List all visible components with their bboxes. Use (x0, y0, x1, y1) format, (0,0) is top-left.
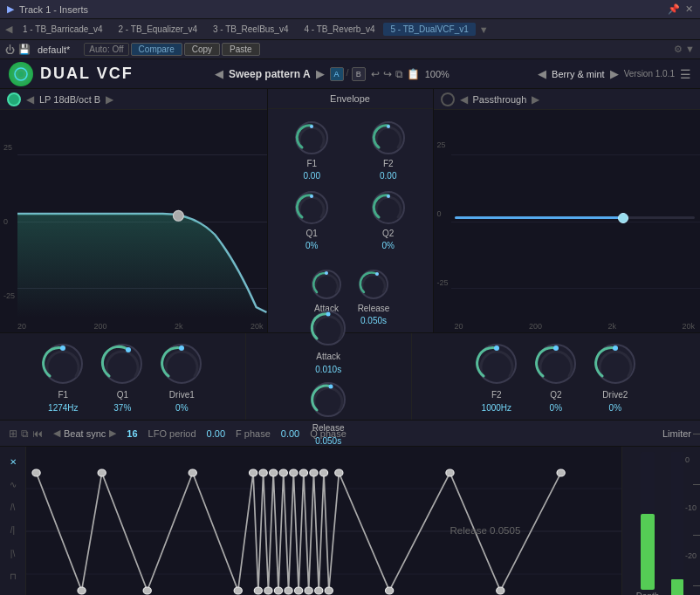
copy-button[interactable]: Copy (184, 43, 220, 56)
pass-x-20k: 20k (682, 322, 695, 331)
lfo-ctrl-19[interactable] (310, 469, 318, 476)
lfo-ctrl-25[interactable] (446, 469, 454, 476)
lfo-ctrl-2[interactable] (78, 587, 86, 594)
copy-state-icon[interactable]: ⧉ (395, 68, 403, 80)
plugin-tab-5[interactable]: 5 - TB_DualVCF_v1 (383, 23, 475, 36)
sweep-prev-button[interactable]: ◀ (215, 67, 223, 80)
plugin-tab-2[interactable]: 2 - TB_Equalizer_v4 (112, 23, 204, 36)
auto-off-label[interactable]: Auto: Off (84, 43, 128, 56)
preset-bar-right: ⚙ ▼ (674, 44, 695, 55)
filter-control-point[interactable] (173, 210, 183, 221)
lfo-rewind-icon[interactable]: ⏮ (32, 427, 43, 440)
lfo-ctrl-4[interactable] (143, 587, 151, 594)
limiter-label: Limiter (662, 428, 691, 439)
ab-a-button[interactable]: A (330, 67, 344, 81)
env-attack-knob[interactable] (310, 268, 343, 301)
passthrough-slider-fill (455, 216, 623, 219)
filter1-knobs: F1 1274Hz Q1 37% Drive1 0% (0, 333, 246, 420)
lfo-ctrl-20[interactable] (315, 587, 323, 594)
shape-tri-icon[interactable]: /\ (10, 503, 16, 512)
passthrough-next-icon[interactable]: ▶ (532, 93, 539, 106)
berry-next-button[interactable]: ▶ (610, 67, 619, 80)
env-q1-knob[interactable] (293, 189, 330, 226)
plugin-tab-1[interactable]: 1 - TB_Barricade_v4 (16, 23, 110, 36)
q1-knob[interactable] (100, 341, 145, 386)
drive2-knob[interactable] (593, 341, 638, 386)
lfo-ctrl-9[interactable] (259, 469, 267, 476)
power-icon[interactable]: ⏻ (5, 44, 15, 55)
berry-prev-button[interactable]: ◀ (538, 67, 546, 80)
ab-b-button[interactable]: B (352, 67, 366, 81)
undo-icon[interactable]: ↩ (371, 68, 380, 80)
paste-state-icon[interactable]: 📋 (407, 68, 420, 80)
lfo-ctrl-7[interactable] (249, 469, 257, 476)
f1-knob[interactable] (40, 341, 86, 386)
lfo-copy-icon[interactable]: ⧉ (21, 427, 29, 440)
lfo-ctrl-12[interactable] (274, 587, 282, 594)
lfo-ctrl-15[interactable] (290, 469, 298, 476)
passthrough-slider-thumb[interactable] (618, 213, 628, 223)
filter-next-icon[interactable]: ▶ (106, 93, 113, 106)
drive1-knob[interactable] (159, 341, 204, 386)
lfo-ctrl-3[interactable] (98, 469, 106, 476)
lfo-grid-icon[interactable]: ⊞ (9, 427, 17, 440)
shape-saw-icon[interactable]: /| (10, 525, 15, 535)
lfo-ctrl-23[interactable] (335, 469, 343, 476)
svg-point-25 (494, 345, 499, 351)
depth-meter-row: Depth 2.02 0 -10 -20 -30 (622, 447, 700, 595)
lfo-ctrl-6[interactable] (234, 587, 242, 594)
paste-button[interactable]: Paste (222, 43, 260, 56)
settings-arrow[interactable]: ▼ (685, 44, 695, 54)
lfo-ctrl-27[interactable] (557, 469, 565, 476)
q2-knob[interactable] (533, 341, 579, 386)
hamburger-icon[interactable]: ☰ (680, 67, 691, 81)
env-f1-knob[interactable] (293, 120, 330, 156)
lfo-ctrl-22[interactable] (325, 587, 333, 594)
plugin-tab-3[interactable]: 3 - TB_ReelBus_v4 (206, 23, 296, 36)
pin-icon[interactable]: 📌 (668, 3, 680, 15)
env-f2-knob[interactable] (370, 120, 407, 156)
filter-y-25: 25 (3, 143, 15, 152)
pass-x-200: 200 (529, 322, 542, 331)
attack-main-knob[interactable] (308, 308, 348, 348)
shape-rsaw-icon[interactable]: |\ (10, 549, 15, 558)
lfo-ctrl-11[interactable] (270, 469, 278, 476)
chain-prev-icon[interactable]: ◀ (3, 24, 14, 35)
lfo-ctrl-14[interactable] (285, 587, 292, 594)
lfo-ctrl-26[interactable] (497, 587, 504, 594)
shape-sine-icon[interactable]: ∿ (10, 480, 17, 489)
redo-icon[interactable]: ↪ (383, 68, 392, 80)
sweep-next-button[interactable]: ▶ (316, 67, 325, 80)
beat-prev-icon[interactable]: ◀ (53, 427, 60, 439)
filter-prev-icon[interactable]: ◀ (26, 93, 34, 106)
env-release-knob[interactable] (357, 268, 390, 301)
lfo-ctrl-5[interactable] (189, 469, 196, 476)
lfo-ctrl-13[interactable] (279, 469, 287, 476)
envelope-section: Envelope F1 0.00 (268, 89, 434, 332)
settings-icon[interactable]: ⚙ (674, 44, 683, 54)
drive2-value: 0% (609, 403, 621, 413)
passthrough-power-button[interactable] (441, 92, 455, 106)
shape-x-icon[interactable]: ✕ (10, 457, 17, 467)
close-icon[interactable]: ✕ (685, 3, 693, 15)
f2-knob[interactable] (474, 341, 519, 386)
chain-next-icon[interactable]: ▼ (477, 24, 491, 35)
lfo-ctrl-8[interactable] (254, 587, 262, 594)
tick-2 (693, 484, 700, 485)
lfo-ctrl-24[interactable] (386, 587, 394, 594)
lfo-ctrl-21[interactable] (319, 469, 327, 476)
lfo-ctrl-16[interactable] (294, 587, 302, 594)
compare-button[interactable]: Compare (131, 43, 182, 56)
save-icon[interactable]: 💾 (18, 44, 31, 55)
shape-sq-icon[interactable]: ⊓ (10, 571, 17, 581)
filter-power-button[interactable] (7, 92, 21, 106)
plugin-tab-4[interactable]: 4 - TB_Reverb_v4 (297, 23, 381, 36)
passthrough-prev-icon[interactable]: ◀ (460, 93, 468, 106)
release-main-knob[interactable] (308, 380, 348, 420)
lfo-ctrl-18[interactable] (305, 587, 312, 594)
env-q2-knob[interactable] (370, 189, 407, 226)
lfo-ctrl-17[interactable] (299, 469, 307, 476)
lfo-ctrl-1[interactable] (32, 469, 40, 476)
beat-next-icon[interactable]: ▶ (109, 427, 116, 439)
lfo-ctrl-10[interactable] (264, 587, 272, 594)
